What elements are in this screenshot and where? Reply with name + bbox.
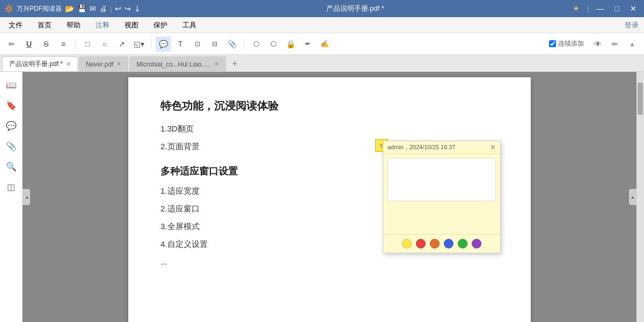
sidebar-icon-search[interactable]: 🔍 <box>3 158 20 175</box>
app-logo-icon: 🔆 <box>4 4 13 13</box>
sidebar-collapse-button[interactable]: ◂ <box>23 189 30 205</box>
separator-1 <box>75 39 76 49</box>
tab-label: 产品说明手册.pdf * <box>9 60 63 69</box>
left-sidebar: 📖 🔖 💬 📎 🔍 ◫ <box>0 72 23 322</box>
tabs-bar: 产品说明手册.pdf * ✕ Never.pdf ✕ Microbial_co.… <box>0 55 644 72</box>
login-button[interactable]: 登录 <box>625 20 639 30</box>
stamp-tool-button[interactable]: ⬡ <box>248 36 264 52</box>
tab-microbial[interactable]: Microbial_co...Hui Liao.pdf * ✕ <box>129 56 226 71</box>
pdf-area[interactable]: 特色功能，沉浸阅读体验 1.3D翻页 2.页面背景 多种适应窗口设置 1.适应宽… <box>23 72 636 322</box>
pdf-ellipsis: ... <box>160 257 499 266</box>
tab-never[interactable]: Never.pdf ✕ <box>79 56 128 71</box>
tab-label: Microbial_co...Hui Liao.pdf * <box>136 61 211 68</box>
popup-spacer <box>383 207 500 234</box>
tab-close-button[interactable]: ✕ <box>66 61 71 68</box>
arrow-tool-button[interactable]: ↗ <box>114 36 129 52</box>
popup-close-button[interactable]: ✕ <box>490 143 496 151</box>
redo-button[interactable]: ↪ <box>125 4 131 13</box>
print-icon[interactable]: 🖨 <box>99 4 107 13</box>
color-green[interactable] <box>458 239 467 248</box>
continuous-add-checkbox[interactable] <box>549 40 556 47</box>
undo-button[interactable]: ↩ <box>115 4 121 13</box>
popup-body <box>383 154 500 207</box>
window-title: 产品说明手册.pdf * <box>141 4 569 13</box>
comment-tool-button[interactable]: 💬 <box>156 36 171 52</box>
email-icon[interactable]: ✉ <box>90 4 96 13</box>
rect-tool-button[interactable]: □ <box>80 36 95 52</box>
download-icon[interactable]: ⤓ <box>134 4 141 13</box>
toolbar: ✏ U S ≡ □ ○ ↗ ◱▾ 💬 T ⊡ ⊟ 📎 ⬡ ⬡ 🔒 ✒ ✍ 连续添… <box>0 33 644 55</box>
strikethrough-tool-button[interactable]: S <box>39 36 54 52</box>
continuous-add-label: 连续添加 <box>558 39 584 48</box>
tab-close-button[interactable]: ✕ <box>214 61 219 68</box>
popup-color-picker <box>383 234 500 253</box>
menu-protect[interactable]: 保护 <box>150 19 171 31</box>
sun-icon[interactable]: ☀ <box>569 3 583 14</box>
sign-tool-button[interactable]: ✒ <box>300 36 315 52</box>
pdf-item-1: 1.3D翻页 <box>160 124 499 134</box>
textbox-tool-button[interactable]: ⊡ <box>190 36 205 52</box>
pdf-page: 特色功能，沉浸阅读体验 1.3D翻页 2.页面背景 多种适应窗口设置 1.适应宽… <box>128 77 531 322</box>
sidebar-icon-layers[interactable]: ◫ <box>3 178 20 195</box>
window-controls: ☀ | — □ ✕ <box>569 3 640 14</box>
color-blue[interactable] <box>444 239 453 248</box>
menu-annotate[interactable]: 注释 <box>92 19 113 31</box>
erase-tool-button[interactable]: ⬡ <box>266 36 281 52</box>
right-panel-collapse-button[interactable]: ▸ <box>629 189 636 205</box>
tab-close-button[interactable]: ✕ <box>116 61 121 68</box>
pdf-heading-1: 特色功能，沉浸阅读体验 <box>160 99 499 113</box>
toolbar-collapse-button[interactable]: ▲ <box>625 36 640 52</box>
app-name-label: 万兴PDF阅读器 <box>17 4 62 13</box>
menu-file[interactable]: 文件 <box>5 19 26 31</box>
open-icon[interactable]: 📂 <box>65 4 74 13</box>
menubar: 文件 首页 帮助 注释 视图 保护 工具 登录 <box>0 17 644 33</box>
menu-view[interactable]: 视图 <box>121 19 142 31</box>
sidebar-icon-pages[interactable]: 🔖 <box>3 97 20 114</box>
attach-tool-button[interactable]: 📎 <box>224 36 239 52</box>
sidebar-icon-attachments[interactable]: 📎 <box>3 137 20 155</box>
menu-items: 文件 首页 帮助 注释 视图 保护 工具 <box>5 19 200 31</box>
minimize-button[interactable]: — <box>594 3 608 14</box>
color-orange[interactable] <box>430 239 440 248</box>
vertical-scrollbar[interactable] <box>636 72 644 322</box>
titlebar: 🔆 万兴PDF阅读器 📂 💾 ✉ 🖨 | ↩ ↪ ⤓ 产品说明手册.pdf * … <box>0 0 644 17</box>
separator-2 <box>151 39 151 49</box>
underline-tool-button[interactable]: U <box>21 36 36 52</box>
new-tab-button[interactable]: + <box>227 56 242 71</box>
circle-tool-button[interactable]: ○ <box>97 36 112 52</box>
sticky-note-textarea[interactable] <box>387 158 496 201</box>
callout-tool-button[interactable]: ⊟ <box>207 36 222 52</box>
lock-tool-button[interactable]: 🔒 <box>283 36 298 52</box>
main-area: 📖 🔖 💬 📎 🔍 ◫ ◂ 特色功能，沉浸阅读体验 1.3D翻页 2.页面背景 … <box>0 72 644 322</box>
preview-button[interactable]: 👁 <box>590 36 605 52</box>
close-button[interactable]: ✕ <box>627 3 640 14</box>
highlight-tool-button[interactable]: ≡ <box>56 36 71 52</box>
save-icon[interactable]: 💾 <box>77 4 86 13</box>
sticky-note-popup: admin，2024/10/25 16:37 ✕ <box>383 141 501 253</box>
continuous-add-checkbox-label[interactable]: 连续添加 <box>549 39 584 48</box>
text-tool-button[interactable]: T <box>173 36 188 52</box>
titlebar-left: 🔆 万兴PDF阅读器 📂 💾 ✉ 🖨 | ↩ ↪ ⤓ <box>4 4 141 13</box>
separator-3 <box>244 39 244 49</box>
menu-tools[interactable]: 工具 <box>179 19 200 31</box>
popup-author-date: admin，2024/10/25 16:37 <box>387 143 456 151</box>
sidebar-icon-bookmark[interactable]: 📖 <box>3 76 20 93</box>
sidebar-icon-comments[interactable]: 💬 <box>3 117 20 134</box>
tab-product-manual[interactable]: 产品说明手册.pdf * ✕ <box>2 56 78 71</box>
edit-button[interactable]: ✏ <box>608 36 623 52</box>
scrollbar-thumb[interactable] <box>638 83 643 115</box>
draw-tool-button[interactable]: ✍ <box>317 36 332 52</box>
color-red[interactable] <box>416 239 426 248</box>
tab-label: Never.pdf <box>86 61 113 68</box>
color-yellow[interactable] <box>402 239 412 248</box>
shape-menu-button[interactable]: ◱▾ <box>131 36 147 52</box>
color-purple[interactable] <box>472 239 481 248</box>
maximize-button[interactable]: □ <box>612 3 623 14</box>
pencil-tool-button[interactable]: ✏ <box>4 36 19 52</box>
menu-home[interactable]: 首页 <box>34 19 55 31</box>
menu-help[interactable]: 帮助 <box>63 19 84 31</box>
popup-header: admin，2024/10/25 16:37 ✕ <box>383 141 500 154</box>
